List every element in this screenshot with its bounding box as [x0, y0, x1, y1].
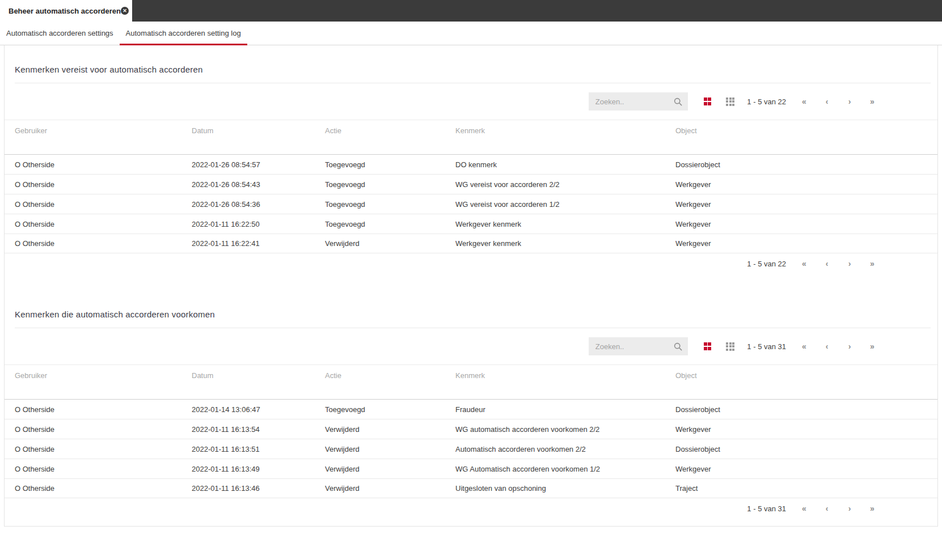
cell-datum: 2022-01-26 08:54:36 [192, 200, 325, 209]
cell-kenmerk: Uitgesloten van opschoning [455, 484, 675, 493]
column-header-kenmerk[interactable]: Kenmerk [455, 371, 675, 399]
content-panel: Kenmerken vereist voor automatisch accor… [4, 45, 938, 527]
tab-setting-log[interactable]: Automatisch accorderen setting log [120, 22, 247, 45]
tile-view-icon[interactable] [704, 342, 712, 350]
cell-object: Werkgever [675, 425, 937, 434]
grid-view-icon[interactable] [726, 342, 734, 351]
window-tab[interactable]: Beheer automatisch accorderen ✕ [0, 0, 132, 22]
search-input[interactable] [589, 97, 674, 106]
cell-kenmerk: Werkgever kenmerk [455, 220, 675, 228]
next-page-button[interactable]: › [845, 342, 854, 351]
prev-page-button[interactable]: ‹ [822, 259, 831, 268]
cell-gebruiker: O Otherside [15, 465, 192, 473]
cell-kenmerk: Werkgever kenmerk [455, 239, 675, 248]
cell-kenmerk: Automatisch accorderen voorkomen 2/2 [455, 445, 675, 453]
last-page-button[interactable]: » [868, 259, 877, 268]
cell-kenmerk: Fraudeur [455, 405, 675, 414]
tile-view-icon[interactable] [704, 97, 712, 105]
search-input[interactable] [589, 342, 674, 351]
cell-kenmerk: WG vereist voor accorderen 2/2 [455, 180, 675, 189]
table-row[interactable]: O Otherside 2022-01-26 08:54:36 Toegevoe… [5, 194, 937, 214]
cell-datum: 2022-01-11 16:22:41 [192, 239, 325, 248]
cell-actie: Toegevoegd [325, 200, 455, 209]
cell-actie: Toegevoegd [325, 405, 455, 414]
first-page-button[interactable]: « [800, 504, 809, 513]
section-vereist: Kenmerken vereist voor automatisch accor… [5, 45, 937, 274]
search-icon[interactable] [674, 342, 682, 351]
cell-kenmerk: DO kenmerk [455, 160, 675, 169]
table-row[interactable]: O Otherside 2022-01-26 08:54:43 Toegevoe… [5, 174, 937, 194]
cell-object: Werkgever [675, 465, 937, 473]
table-row[interactable]: O Otherside 2022-01-26 08:54:57 Toegevoe… [5, 154, 937, 174]
cell-kenmerk: WG Automatisch accorderen voorkomen 1/2 [455, 465, 675, 473]
last-page-button[interactable]: » [868, 504, 877, 513]
column-header-object[interactable]: Object [675, 371, 937, 399]
prev-page-button[interactable]: ‹ [822, 97, 831, 106]
table-body: O Otherside 2022-01-14 13:06:47 Toegevoe… [5, 399, 937, 498]
column-header-datum[interactable]: Datum [192, 126, 325, 154]
column-header-gebruiker[interactable]: Gebruiker [15, 126, 192, 154]
cell-object: Traject [675, 484, 937, 493]
cell-gebruiker: O Otherside [15, 484, 192, 493]
search-icon[interactable] [674, 97, 682, 106]
first-page-button[interactable]: « [800, 97, 809, 106]
cell-datum: 2022-01-11 16:13:46 [192, 484, 325, 493]
table-row[interactable]: O Otherside 2022-01-14 13:06:47 Toegevoe… [5, 399, 937, 419]
next-page-button[interactable]: › [845, 259, 854, 268]
last-page-button[interactable]: » [868, 97, 877, 106]
table-row[interactable]: O Otherside 2022-01-11 16:22:41 Verwijde… [5, 234, 937, 253]
table-body: O Otherside 2022-01-26 08:54:57 Toegevoe… [5, 154, 937, 253]
table-row[interactable]: O Otherside 2022-01-11 16:13:54 Verwijde… [5, 419, 937, 439]
column-header-actie[interactable]: Actie [325, 371, 455, 399]
last-page-button[interactable]: » [868, 342, 877, 351]
table-row[interactable]: O Otherside 2022-01-11 16:22:50 Toegevoe… [5, 214, 937, 234]
cell-actie: Verwijderd [325, 239, 455, 248]
tab-settings[interactable]: Automatisch accorderen settings [0, 22, 120, 45]
table-row[interactable]: O Otherside 2022-01-11 16:13:49 Verwijde… [5, 459, 937, 478]
cell-gebruiker: O Otherside [15, 180, 192, 189]
cell-gebruiker: O Otherside [15, 220, 192, 228]
first-page-button[interactable]: « [800, 342, 809, 351]
close-icon[interactable]: ✕ [121, 7, 129, 15]
cell-object: Werkgever [675, 220, 937, 228]
cell-object: Dossierobject [675, 445, 937, 453]
next-page-button[interactable]: › [845, 504, 854, 513]
window-tab-title: Beheer automatisch accorderen [9, 7, 121, 15]
grid-view-icon[interactable] [726, 97, 734, 106]
cell-object: Werkgever [675, 200, 937, 209]
cell-datum: 2022-01-26 08:54:57 [192, 160, 325, 169]
column-header-kenmerk[interactable]: Kenmerk [455, 126, 675, 154]
table-row[interactable]: O Otherside 2022-01-11 16:13:46 Verwijde… [5, 478, 937, 498]
cell-datum: 2022-01-11 16:13:51 [192, 445, 325, 453]
cell-gebruiker: O Otherside [15, 160, 192, 169]
next-page-button[interactable]: › [845, 97, 854, 106]
cell-object: Dossierobject [675, 160, 937, 169]
pagination-range: 1 - 5 van 22 [747, 97, 786, 106]
section-title: Kenmerken vereist voor automatisch accor… [15, 64, 927, 75]
tab-setting-log-label: Automatisch accorderen setting log [126, 29, 241, 37]
cell-kenmerk: WG vereist voor accorderen 1/2 [455, 200, 675, 209]
prev-page-button[interactable]: ‹ [822, 342, 831, 351]
column-header-datum[interactable]: Datum [192, 371, 325, 399]
cell-object: Dossierobject [675, 405, 937, 414]
first-page-button[interactable]: « [800, 259, 809, 268]
tabbar: Automatisch accorderen settings Automati… [0, 22, 942, 45]
cell-actie: Verwijderd [325, 425, 455, 434]
column-header-actie[interactable]: Actie [325, 126, 455, 154]
pagination-range: 1 - 5 van 22 [747, 260, 786, 268]
cell-object: Werkgever [675, 180, 937, 189]
section-title: Kenmerken die automatisch accorderen voo… [15, 309, 927, 320]
cell-kenmerk: WG automatisch accorderen voorkomen 2/2 [455, 425, 675, 434]
table-header: Gebruiker Datum Actie Kenmerk Object [5, 120, 937, 154]
cell-datum: 2022-01-11 16:13:54 [192, 425, 325, 434]
pagination-range: 1 - 5 van 31 [747, 504, 786, 513]
cell-datum: 2022-01-11 16:22:50 [192, 220, 325, 228]
table-row[interactable]: O Otherside 2022-01-11 16:13:51 Verwijde… [5, 439, 937, 459]
cell-actie: Toegevoegd [325, 180, 455, 189]
column-header-object[interactable]: Object [675, 126, 937, 154]
column-header-gebruiker[interactable]: Gebruiker [15, 371, 192, 399]
table-header: Gebruiker Datum Actie Kenmerk Object [5, 365, 937, 399]
table-toolbar: 1 - 5 van 31 « ‹ › » [5, 328, 937, 365]
table-footer: 1 - 5 van 31 « ‹ › » [5, 498, 937, 519]
prev-page-button[interactable]: ‹ [822, 504, 831, 513]
